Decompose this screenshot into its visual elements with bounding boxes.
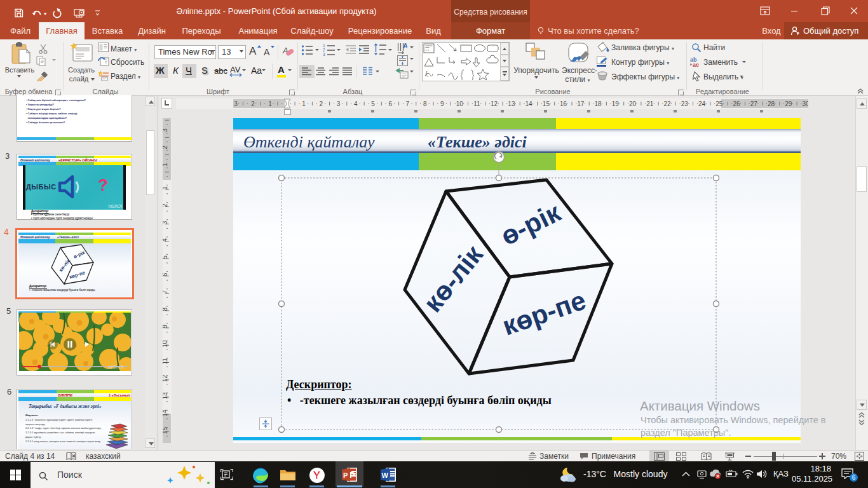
svg-text:5: 5 — [163, 255, 168, 259]
svg-text:2: 2 — [319, 100, 323, 107]
svg-text:13: 13 — [508, 100, 515, 107]
svg-text:10: 10 — [163, 340, 168, 348]
svg-text:19: 19 — [612, 100, 620, 107]
svg-text:ac: ac — [693, 62, 699, 67]
svg-text:15: 15 — [543, 100, 550, 107]
svg-text:25: 25 — [715, 100, 723, 107]
svg-text:3: 3 — [323, 52, 325, 56]
svg-text:12: 12 — [163, 375, 168, 383]
svg-text:9: 9 — [440, 100, 444, 107]
svg-text:12: 12 — [491, 100, 498, 107]
svg-text:9: 9 — [163, 325, 168, 329]
svg-text:1: 1 — [268, 100, 272, 107]
svg-text:29: 29 — [785, 100, 792, 107]
svg-text:18: 18 — [595, 100, 602, 107]
svg-text:8: 8 — [163, 307, 168, 311]
svg-text:A: A — [403, 43, 407, 50]
svg-text:10: 10 — [456, 100, 464, 107]
svg-text:3: 3 — [234, 100, 238, 107]
svg-text:3: 3 — [163, 220, 168, 224]
svg-text:3: 3 — [163, 128, 168, 132]
svg-text:6: 6 — [388, 100, 392, 107]
svg-text:17: 17 — [577, 100, 585, 107]
svg-text:2: 2 — [163, 203, 168, 207]
svg-text:22: 22 — [663, 100, 671, 107]
svg-text:14: 14 — [163, 409, 168, 417]
svg-text:21: 21 — [646, 100, 654, 107]
svg-text:4: 4 — [163, 238, 168, 241]
svg-text:20: 20 — [629, 100, 637, 107]
svg-text:W: W — [382, 471, 389, 479]
svg-text:3: 3 — [337, 100, 341, 107]
svg-text:26: 26 — [733, 100, 740, 107]
svg-text:InShOt: InShOt — [108, 364, 125, 370]
svg-text:30: 30 — [802, 100, 808, 107]
svg-text:28: 28 — [768, 100, 775, 107]
svg-text:P: P — [343, 471, 348, 479]
svg-text:11: 11 — [473, 100, 480, 107]
svg-text:15: 15 — [163, 426, 168, 434]
svg-text:27: 27 — [750, 100, 758, 107]
svg-text:6: 6 — [163, 273, 168, 276]
svg-text:16: 16 — [560, 100, 567, 107]
svg-text:24: 24 — [698, 100, 706, 107]
svg-text:23: 23 — [681, 100, 689, 107]
svg-text:11: 11 — [163, 358, 168, 365]
svg-text:4: 4 — [354, 100, 358, 107]
svg-text:14: 14 — [526, 100, 533, 107]
svg-text:7: 7 — [406, 100, 410, 107]
svg-text:2: 2 — [163, 146, 168, 149]
svg-text:1: 1 — [163, 186, 168, 190]
svg-text:8: 8 — [423, 100, 427, 107]
svg-text:1: 1 — [302, 100, 306, 107]
svg-text:1: 1 — [163, 163, 168, 166]
svg-text:13: 13 — [163, 392, 168, 400]
svg-text:1: 1 — [323, 43, 325, 48]
svg-text:2: 2 — [323, 48, 325, 52]
svg-text:5: 5 — [371, 100, 375, 107]
svg-text:7: 7 — [163, 290, 168, 294]
svg-text:2: 2 — [251, 100, 255, 107]
